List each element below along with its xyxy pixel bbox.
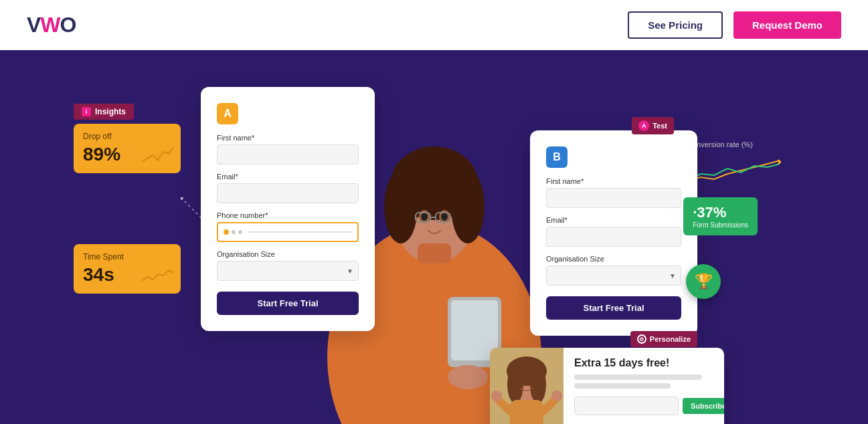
- personalize-content: Extra 15 days free! Subscribe: [563, 348, 724, 424]
- test-badge: A Test: [632, 117, 674, 134]
- form-a-org-select-wrapper: ▼: [217, 261, 359, 281]
- form-a-org-label: Organisation Size: [217, 250, 359, 258]
- personalize-image: [490, 348, 563, 424]
- form-a-org-field: Organisation Size ▼: [217, 250, 359, 281]
- form-b-org-label: Organisation Size: [546, 255, 681, 263]
- personalize-icon: ⚙: [637, 334, 646, 344]
- time-spent-title: Time Spent: [83, 252, 171, 261]
- insights-label: i Insights: [74, 104, 134, 120]
- insights-text: Insights: [95, 107, 126, 116]
- form-a-first-name-field: First name*: [217, 134, 359, 165]
- form-b-email-field: Email*: [546, 216, 681, 247]
- time-spent-chart: [142, 262, 175, 288]
- form-a-phone-label: Phone number*: [217, 211, 359, 219]
- form-a-email-label: Email*: [217, 173, 359, 181]
- svg-point-12: [441, 213, 448, 221]
- form-a: A First name* Email* Phone number* Organ…: [201, 87, 375, 331]
- conversion-chart: Conversion rate (%): [687, 140, 781, 190]
- form-a-phone-field: Phone number*: [217, 211, 359, 242]
- personalize-label: Personalize: [650, 335, 691, 343]
- drop-off-chart: [142, 142, 175, 168]
- form-b-cta-button[interactable]: Start Free Trial: [546, 296, 681, 320]
- drop-off-card: Drop off 89%: [74, 124, 181, 173]
- form-b: B First name* Email* Organisation Size ▼…: [530, 130, 697, 336]
- see-pricing-button[interactable]: See Pricing: [628, 11, 723, 39]
- time-spent-card: Time Spent 34s: [74, 244, 181, 302]
- svg-point-27: [530, 366, 546, 403]
- personalize-card: Extra 15 days free! Subscribe: [490, 348, 724, 424]
- svg-rect-16: [418, 243, 451, 263]
- conversion-svg: [687, 154, 781, 187]
- phone-input-line: [248, 231, 352, 233]
- form-b-org-field: Organisation Size ▼: [546, 255, 681, 286]
- svg-point-11: [421, 213, 428, 221]
- form-a-first-name-input[interactable]: [217, 144, 359, 165]
- personalize-title: Extra 15 days free!: [574, 357, 724, 369]
- logo-text: VWO: [27, 13, 76, 37]
- logo: VWO: [27, 13, 76, 37]
- phone-dot-2: [232, 230, 236, 234]
- svg-point-8: [451, 170, 485, 243]
- header: VWO See Pricing Request Demo: [0, 0, 868, 50]
- svg-point-7: [384, 170, 418, 243]
- personalize-badge: ⚙ Personalize: [630, 331, 697, 347]
- request-demo-button[interactable]: Request Demo: [733, 11, 841, 39]
- subscribe-row: Subscribe: [574, 397, 724, 415]
- svg-point-21: [448, 365, 488, 389]
- svg-point-26: [507, 366, 523, 403]
- personalize-person-svg: [490, 348, 563, 424]
- header-actions: See Pricing Request Demo: [628, 11, 841, 39]
- subscribe-input[interactable]: [574, 397, 679, 415]
- variant-b-badge: B: [546, 146, 568, 168]
- form-b-first-name-label: First name*: [546, 177, 681, 185]
- insights-card: i Insights Drop off 89%: [74, 104, 181, 181]
- p-line-1: [574, 375, 702, 380]
- form-a-first-name-label: First name*: [217, 134, 359, 142]
- conversion-label: Conversion rate (%): [687, 140, 781, 148]
- form-b-first-name-input[interactable]: [546, 188, 681, 208]
- form-b-email-label: Email*: [546, 216, 681, 224]
- insights-icon: i: [82, 107, 91, 116]
- svg-rect-28: [510, 400, 543, 424]
- form-a-cta-button[interactable]: Start Free Trial: [217, 292, 359, 315]
- form-b-email-input[interactable]: [546, 227, 681, 247]
- phone-dot-3: [238, 230, 242, 234]
- time-card-inner: Time Spent 34s: [74, 244, 181, 294]
- svg-point-1: [181, 197, 183, 200]
- variant-a-badge: A: [217, 103, 238, 124]
- submissions-label: Form Submissions: [693, 221, 748, 229]
- form-b-org-select[interactable]: [546, 266, 681, 286]
- form-submissions-badge: ·37% Form Submissions: [683, 197, 758, 235]
- phone-dot-1: [224, 229, 229, 235]
- form-b-first-name-field: First name*: [546, 177, 681, 208]
- form-a-org-select[interactable]: [217, 261, 359, 281]
- form-a-email-input[interactable]: [217, 183, 359, 203]
- submissions-percent: ·37%: [693, 204, 748, 221]
- form-a-email-field: Email*: [217, 173, 359, 203]
- subscribe-button[interactable]: Subscribe: [683, 398, 724, 414]
- p-line-2: [574, 383, 671, 389]
- test-icon: A: [638, 120, 649, 131]
- form-b-org-select-wrapper: ▼: [546, 266, 681, 286]
- personalize-lines: [574, 375, 724, 389]
- trophy-badge: 🏆: [686, 264, 721, 299]
- hero-section: i Insights Drop off 89% Time Spent 34s: [0, 50, 868, 424]
- svg-point-32: [551, 391, 562, 401]
- drop-off-title: Drop off: [83, 132, 171, 141]
- test-badge-label: Test: [653, 122, 667, 130]
- svg-point-31: [491, 391, 502, 401]
